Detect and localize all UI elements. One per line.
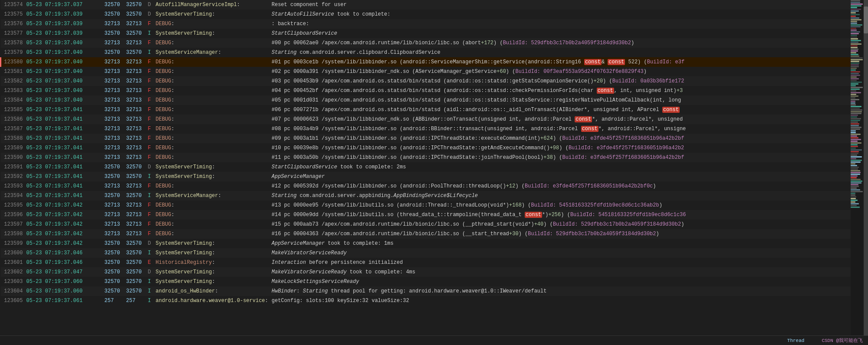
log-tag: SystemServerTiming:: [154, 267, 270, 277]
pid2: 32570: [125, 48, 146, 57]
log-tag: DEBUG:: [154, 210, 270, 220]
log-tag: SystemServerTiming:: [154, 172, 270, 181]
log-level: F: [146, 229, 154, 239]
minimap: [851, 0, 864, 335]
log-level: F: [146, 86, 154, 95]
log-tag: SystemServiceManager:: [154, 48, 270, 57]
log-message: #14 pc 0000e9dd /system/lib/libutils.so …: [270, 210, 851, 220]
timestamp: 05-23 07:19:37.046: [25, 248, 103, 258]
log-message: StartClipboardService took to complete: …: [270, 162, 851, 172]
log-message: #16 pc 00004363 /apex/com.android.runtim…: [270, 229, 851, 239]
line-number: 123585: [1, 105, 25, 115]
pid1: 32713: [103, 105, 125, 115]
pid1: 32570: [103, 248, 125, 258]
pid2: 32713: [125, 76, 146, 86]
timestamp: 05-23 07:19:37.060: [25, 277, 103, 286]
line-number: 123605: [1, 296, 25, 306]
pid1: 32570: [103, 277, 125, 286]
line-number: 123597: [1, 220, 25, 229]
pid2: 32570: [125, 172, 146, 181]
log-tag: DEBUG:: [154, 19, 270, 29]
log-message: #01 pc 0003ce1b /system/lib/libbinder.so…: [270, 57, 851, 67]
line-number: 123574: [1, 0, 25, 10]
log-row: 12359405-23 07:19:37.0413257032570ISyste…: [1, 191, 851, 200]
log-message: Starting com.android.server.clipboard.Cl…: [270, 48, 851, 57]
timestamp: 05-23 07:19:37.042: [25, 200, 103, 210]
pid1: 32713: [103, 57, 125, 67]
log-row: 12360005-23 07:19:37.0463257032570ISyste…: [1, 248, 851, 258]
log-tag: SystemServerTiming:: [154, 239, 270, 248]
log-level: D: [146, 267, 154, 277]
pid2: 32713: [125, 153, 146, 162]
log-row: 12358405-23 07:19:37.0403271332713FDEBUG…: [1, 95, 851, 105]
timestamp: 05-23 07:19:37.040: [25, 38, 103, 48]
line-number: 123582: [1, 76, 25, 86]
log-message: #11 pc 0003a50b /system/lib/libbinder.so…: [270, 153, 851, 162]
log-row: 12359305-23 07:19:37.0413271332713FDEBUG…: [1, 181, 851, 191]
timestamp: 05-23 07:19:37.042: [25, 210, 103, 220]
log-level: I: [146, 191, 154, 200]
log-tag: DEBUG:: [154, 124, 270, 134]
log-level: F: [146, 134, 154, 143]
scrollbar[interactable]: [864, 0, 868, 335]
log-tag: DEBUG:: [154, 86, 270, 95]
pid1: 32713: [103, 76, 125, 86]
pid1: 32713: [103, 86, 125, 95]
line-number: 123601: [1, 258, 25, 267]
pid2: 32713: [125, 134, 146, 143]
log-row: 12359205-23 07:19:37.0413257032570ISyste…: [1, 172, 851, 181]
pid2: 32570: [125, 0, 146, 10]
log-tag: DEBUG:: [154, 38, 270, 48]
timestamp: 05-23 07:19:37.041: [25, 115, 103, 124]
log-main[interactable]: 12357405-23 07:19:37.0373257032570DAutof…: [0, 0, 851, 335]
line-number: 123593: [1, 181, 25, 191]
timestamp: 05-23 07:19:37.060: [25, 286, 103, 296]
pid2: 32713: [125, 105, 146, 115]
pid2: 32713: [125, 86, 146, 95]
pid2: 32570: [125, 191, 146, 200]
pid1: 32713: [103, 67, 125, 76]
pid1: 32570: [103, 10, 125, 19]
log-container: 12357405-23 07:19:37.0373257032570DAutof…: [0, 0, 868, 335]
pid1: 32570: [103, 258, 125, 267]
log-level: F: [146, 124, 154, 134]
line-number: 123575: [1, 10, 25, 19]
timestamp: 05-23 07:19:37.040: [25, 57, 103, 67]
pid2: 32570: [125, 239, 146, 248]
log-message: #13 pc 0000ee95 /system/lib/libutils.so …: [270, 200, 851, 210]
log-message: StartAutoFillService took to complete:: [270, 10, 851, 19]
footer: Thread CSDN @我可能在飞: [0, 335, 868, 345]
log-level: F: [146, 143, 154, 153]
log-level: F: [146, 67, 154, 76]
log-row: 12359805-23 07:19:37.0423271332713FDEBUG…: [1, 229, 851, 239]
line-number: 123594: [1, 191, 25, 200]
log-row: 12357605-23 07:19:37.0393271332713FDEBUG…: [1, 19, 851, 29]
log-tag: DEBUG:: [154, 105, 270, 115]
footer-brand: CSDN @我可能在飞: [822, 337, 863, 344]
log-tag: DEBUG:: [154, 115, 270, 124]
pid1: 32570: [103, 162, 125, 172]
line-number: 123598: [1, 229, 25, 239]
log-message: #02 pc 0000a391 /system/lib/libbinder_nd…: [270, 67, 851, 76]
sidebar-right: [851, 0, 868, 335]
log-level: F: [146, 105, 154, 115]
timestamp: 05-23 07:19:37.039: [25, 19, 103, 29]
timestamp: 05-23 07:19:37.042: [25, 239, 103, 248]
log-message: AppServiceManager took to complete: 1ms: [270, 239, 851, 248]
scrollbar-thumb[interactable]: [864, 7, 868, 33]
log-level: I: [146, 29, 154, 38]
line-number: 123577: [1, 29, 25, 38]
timestamp: 05-23 07:19:37.040: [25, 86, 103, 95]
pid2: 32713: [125, 200, 146, 210]
log-message: #09 pc 0003a1b1 /system/lib/libbinder.so…: [270, 134, 851, 143]
line-number: 123590: [1, 153, 25, 162]
log-row: 12360205-23 07:19:37.0473257032570DSyste…: [1, 267, 851, 277]
log-row: 12359605-23 07:19:37.0423271332713FDEBUG…: [1, 210, 851, 220]
pid2: 32713: [125, 95, 146, 105]
pid2: 32713: [125, 143, 146, 153]
pid2: 32713: [125, 19, 146, 29]
log-row: 12358605-23 07:19:37.0413271332713FDEBUG…: [1, 115, 851, 124]
pid1: 32570: [103, 172, 125, 181]
log-message: StartClipboardService: [270, 29, 851, 38]
log-level: F: [146, 76, 154, 86]
